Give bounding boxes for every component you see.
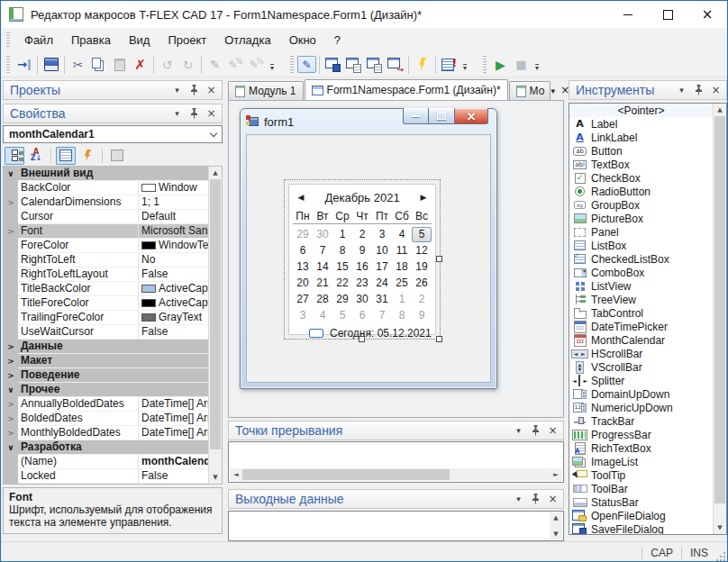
expander-icon[interactable]	[4, 469, 18, 484]
property-row[interactable]: ∨ Прочее	[4, 383, 208, 397]
expander-icon[interactable]	[4, 210, 18, 224]
property-row[interactable]: > Данные	[4, 340, 208, 354]
property-value[interactable]: ActiveCaptionText	[139, 296, 208, 311]
expander-icon[interactable]	[4, 325, 18, 340]
property-grid-scrollbar[interactable]: ▲ ▼	[208, 167, 222, 484]
events-icon[interactable]	[77, 147, 97, 165]
copy-icon[interactable]	[88, 55, 109, 75]
toolbox-item[interactable]: Label	[569, 117, 713, 131]
menu-item[interactable]: Окно	[280, 30, 325, 50]
menu-item[interactable]: ?	[325, 30, 350, 50]
calendar-day-cell[interactable]: 3	[293, 309, 313, 322]
close-icon[interactable]: ×	[546, 424, 560, 438]
run-icon[interactable]	[490, 55, 511, 75]
horizontal-scrollbar[interactable]: ◄ ►	[230, 468, 562, 481]
calendar-day-cell[interactable]: 16	[352, 260, 372, 273]
maximize-icon[interactable]	[648, 1, 687, 28]
property-value[interactable]: GrayText	[139, 311, 208, 325]
form-maximize-icon[interactable]	[429, 108, 455, 124]
module-save-icon[interactable]	[323, 55, 343, 75]
expander-icon[interactable]	[4, 311, 18, 325]
save-icon[interactable]	[41, 55, 61, 75]
property-value[interactable]: Microsoft Sans Serif	[139, 224, 208, 239]
arrow-up-icon[interactable]: ▲	[209, 167, 222, 179]
calendar-day-cell[interactable]: 4	[392, 228, 412, 240]
chevron-down-icon[interactable]	[170, 107, 184, 121]
calendar-day-cell[interactable]: 30	[313, 228, 332, 240]
menu-item[interactable]: Проект	[159, 30, 215, 50]
property-row[interactable]: TitleBackColor ActiveCaption	[4, 282, 208, 296]
breakpoints-list[interactable]: ◄ ►	[228, 441, 564, 483]
property-value[interactable]: WindowText	[139, 239, 208, 253]
toolbox-item[interactable]: GroupBox	[569, 198, 713, 212]
module-export-icon[interactable]	[385, 55, 405, 75]
chevron-down-icon[interactable]	[512, 493, 525, 506]
expander-icon[interactable]	[4, 267, 18, 282]
menu-item[interactable]: Правка	[62, 30, 120, 50]
property-row[interactable]: > Поведение	[4, 368, 208, 383]
macro-check-icon[interactable]	[297, 56, 316, 73]
expander-icon[interactable]	[4, 296, 18, 311]
expander-icon[interactable]: >	[4, 397, 18, 412]
calendar-day-cell[interactable]: 5	[332, 309, 352, 322]
alphabetical-icon[interactable]	[26, 147, 46, 165]
toolbox-item[interactable]: Splitter	[569, 374, 713, 387]
calendar-day-cell[interactable]: 23	[352, 276, 372, 289]
calendar-day-cell[interactable]: 11	[392, 244, 412, 257]
property-value[interactable]: False	[139, 469, 208, 484]
property-row[interactable]: BackColor Window	[4, 181, 208, 195]
calendar-day-cell[interactable]: 29	[332, 293, 352, 305]
calendar-day-cell[interactable]: 7	[313, 244, 332, 257]
calendar-day-cell[interactable]: 2	[352, 228, 372, 240]
property-value[interactable]: DateTime[] Array	[139, 426, 208, 440]
toolbox-item[interactable]: TrackBar	[569, 414, 713, 428]
undo-icon[interactable]	[157, 55, 177, 75]
expander-icon[interactable]: >	[4, 195, 18, 210]
property-value[interactable]: False	[139, 267, 208, 282]
close-icon[interactable]: ×	[205, 107, 218, 121]
form-minimize-icon[interactable]	[403, 108, 429, 124]
calendar-day-cell[interactable]: 18	[392, 260, 412, 273]
module-add-icon[interactable]	[364, 55, 385, 75]
calendar-day-cell[interactable]: 10	[372, 244, 392, 257]
calendar-day-cell[interactable]: 20	[293, 276, 313, 289]
pen-tool-icon[interactable]	[205, 55, 225, 75]
property-row[interactable]: > CalendarDimensions 1; 1	[4, 195, 208, 210]
expander-icon[interactable]: >	[4, 368, 18, 383]
property-pages-icon[interactable]	[107, 147, 127, 165]
calendar-day-cell[interactable]: 6	[293, 244, 313, 257]
property-row[interactable]: > Font Microsoft Sans Serif	[4, 224, 208, 239]
properties-view-icon[interactable]	[56, 147, 76, 165]
arrow-left-icon[interactable]: ◄	[230, 471, 242, 478]
expander-icon[interactable]	[4, 239, 18, 253]
toolbox-item[interactable]: <Pointer>	[569, 104, 713, 117]
tab-module1[interactable]: Модуль 1	[228, 81, 304, 100]
toolbox-scrollbar[interactable]: ▲ ▼	[713, 104, 726, 534]
expander-icon[interactable]	[4, 253, 18, 267]
object-selector-combobox[interactable]: monthCalendar1	[3, 125, 223, 143]
property-value[interactable]: No	[139, 253, 208, 267]
tab-module2[interactable]: Мо	[509, 81, 551, 100]
resize-handle-right[interactable]	[436, 256, 442, 262]
toolbar-overflow-icon[interactable]	[267, 55, 278, 75]
scrollbar-thumb[interactable]	[210, 179, 221, 449]
expander-icon[interactable]: >	[4, 426, 18, 440]
toolbox-item[interactable]: TextBox	[569, 158, 713, 171]
pin-icon[interactable]	[692, 84, 705, 97]
calendar-day-cell[interactable]: 1	[392, 293, 412, 305]
module-code-icon[interactable]	[343, 55, 364, 75]
toolbox-item[interactable]: LinkLabel	[569, 131, 713, 144]
arrow-right-icon[interactable]: ►	[550, 471, 562, 478]
toolbox-item[interactable]: VScrollBar	[569, 360, 713, 374]
calendar-day-cell[interactable]: 27	[293, 293, 313, 305]
expander-icon[interactable]: >	[4, 354, 18, 368]
property-row[interactable]: > BoldedDates DateTime[] Array	[4, 412, 208, 426]
tab-form1-design[interactable]: Form1Namespace.Form1 (Дизайн)*	[305, 79, 508, 100]
calendar-next-icon[interactable]: ▶	[415, 186, 432, 208]
expander-icon[interactable]	[4, 455, 18, 469]
property-value[interactable]: ActiveCaption	[139, 282, 208, 296]
calendar-day-cell[interactable]: 7	[372, 309, 392, 322]
resize-grip-icon[interactable]	[715, 551, 726, 562]
calendar-day-cell[interactable]: 9	[352, 244, 372, 257]
pin-icon[interactable]	[187, 107, 201, 121]
